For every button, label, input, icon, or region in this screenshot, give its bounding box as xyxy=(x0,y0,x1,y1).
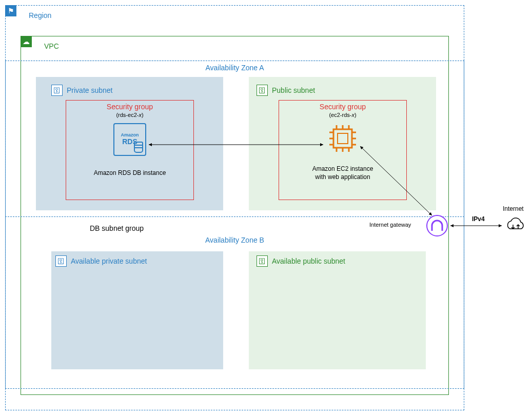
private-subnet-b xyxy=(51,251,223,369)
internet-cloud-icon xyxy=(503,215,528,236)
flag-icon: ⚑ xyxy=(5,5,16,16)
az-b-label: Availability Zone B xyxy=(5,236,464,244)
sg-rds-name: (rds-ec2-x) xyxy=(66,112,194,118)
vpc-label: VPC xyxy=(44,42,59,50)
svg-rect-1 xyxy=(338,133,348,144)
az-a-label: Availability Zone A xyxy=(5,64,464,72)
lock-icon: ⚿ xyxy=(257,255,268,267)
ec2-caption: Amazon EC2 instance with web application xyxy=(279,165,407,181)
ec2-caption-2: with web application xyxy=(315,173,370,181)
sg-rds-title: Security group (rds-ec2-x) xyxy=(66,103,194,118)
amazon-rds-icon: Amazon RDS xyxy=(113,123,146,156)
svg-point-14 xyxy=(427,215,447,236)
db-subnet-group-label: DB subnet group xyxy=(90,224,144,232)
rds-caption: Amazon RDS DB instance xyxy=(66,169,194,176)
lock-icon: ⚿ xyxy=(257,85,268,96)
sg-ec2-prefix: (ec2-rds- xyxy=(329,112,351,118)
sg-rds-title-text: Security group xyxy=(66,103,194,111)
lock-icon: ⚿ xyxy=(51,85,63,96)
cloud-icon: ☁ xyxy=(21,36,32,47)
private-subnet-b-label: Available private subnet xyxy=(71,257,147,265)
sg-ec2-title: Security group (ec2-rds-x) xyxy=(279,103,407,118)
sg-ec2-suffix: ) xyxy=(354,112,357,118)
public-subnet-b-label: Available public subnet xyxy=(272,257,345,265)
region-label: Region xyxy=(29,11,51,19)
diagram-stage: ⚑ Region ☁ VPC Availability Zone A DB su… xyxy=(0,0,532,416)
lock-icon: ⚿ xyxy=(55,255,67,267)
private-subnet-a-label: Private subnet xyxy=(67,86,113,94)
internet-gateway-icon xyxy=(426,214,448,237)
public-subnet-a-label: Public subnet xyxy=(272,86,315,94)
public-subnet-b xyxy=(249,251,426,369)
database-icon xyxy=(134,142,143,153)
igw-label: Internet gateway xyxy=(369,222,411,228)
sg-ec2-name: (ec2-rds-x) xyxy=(279,112,407,118)
sg-ec2-title-text: Security group xyxy=(279,103,407,111)
rds-block: Amazon RDS xyxy=(66,123,194,156)
internet-label: Internet xyxy=(503,205,524,212)
svg-rect-0 xyxy=(333,129,352,148)
sg-rds-suffix: ) xyxy=(142,112,144,118)
sg-rds-prefix: (rds-ec2- xyxy=(116,112,139,118)
ec2-caption-1: Amazon EC2 instance xyxy=(312,165,373,172)
ec2-chip-icon xyxy=(327,123,358,154)
ipv4-label: IPv4 xyxy=(472,215,485,223)
